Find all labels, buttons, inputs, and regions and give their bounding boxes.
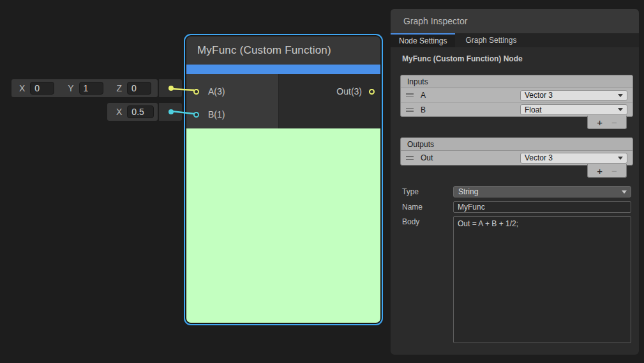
graph-inspector-panel: Graph Inspector Node Settings Graph Sett… xyxy=(391,9,639,355)
add-input-button[interactable]: + xyxy=(597,118,603,127)
input-b-name: B xyxy=(421,105,426,114)
input-port-b-icon[interactable] xyxy=(193,112,199,118)
type-value: String xyxy=(454,187,478,196)
outputs-section-title: Outputs xyxy=(401,138,633,151)
output-out-name: Out xyxy=(421,153,433,162)
input-a-type-dropdown[interactable]: Vector 3 xyxy=(520,90,627,101)
inspector-tabbar: Node Settings Graph Settings xyxy=(391,33,639,47)
port-row-a[interactable]: A(3) xyxy=(193,82,225,100)
output-out-type-dropdown[interactable]: Vector 3 xyxy=(520,153,627,164)
input-port-b-label: B(1) xyxy=(208,109,225,120)
body-label: Body xyxy=(391,216,453,343)
float-edge-dot-icon xyxy=(168,109,174,114)
output-out-type-value: Vector 3 xyxy=(521,153,553,162)
x-axis-label: X xyxy=(116,107,122,117)
node-body: MyFunc (Custom Function) A(3) B(1) Out(3… xyxy=(186,36,380,323)
add-output-button[interactable]: + xyxy=(597,166,603,176)
body-textarea[interactable]: Out = A + B + 1/2; xyxy=(453,216,631,343)
remove-output-button[interactable]: − xyxy=(611,166,617,176)
input-row-b[interactable]: B Float xyxy=(401,102,633,116)
float-x-group: X xyxy=(116,105,154,118)
node-settings-heading: MyFunc (Custom Function) Node xyxy=(391,47,639,63)
y-value-field[interactable] xyxy=(79,82,103,95)
inspector-header[interactable]: Graph Inspector xyxy=(391,9,639,33)
z-axis-label: Z xyxy=(116,83,122,93)
tab-node-settings[interactable]: Node Settings xyxy=(391,33,455,47)
drag-handle-icon[interactable] xyxy=(406,93,414,97)
shader-graph-canvas: X Y Z X MyFunc (Custom Function) xyxy=(0,0,644,363)
drag-handle-icon[interactable] xyxy=(406,156,414,160)
vector3-z-group: Z xyxy=(116,82,151,95)
inputs-footer: + − xyxy=(587,116,627,129)
name-label: Name xyxy=(391,201,453,213)
input-a-name: A xyxy=(421,91,426,100)
dropdown-arrow-icon xyxy=(618,108,623,111)
type-dropdown[interactable]: String xyxy=(453,186,631,197)
name-input[interactable] xyxy=(453,201,631,213)
vector3-input-widget: X Y Z xyxy=(11,79,158,97)
drag-handle-icon[interactable] xyxy=(406,108,414,112)
input-port-a-icon[interactable] xyxy=(193,89,199,95)
vector3-edge-connector[interactable] xyxy=(159,79,182,97)
float-input-widget: X xyxy=(107,103,158,121)
float-value-field[interactable] xyxy=(127,105,154,118)
inputs-section: Inputs A Vector 3 B Float xyxy=(400,75,633,117)
outputs-footer: + − xyxy=(587,164,627,178)
node-title[interactable]: MyFunc (Custom Function) xyxy=(186,36,380,65)
dropdown-arrow-icon xyxy=(618,94,623,97)
inputs-section-title: Inputs xyxy=(401,75,633,88)
output-port-out-label: Out(3) xyxy=(336,86,362,97)
y-axis-label: Y xyxy=(68,83,73,93)
tab-graph-settings[interactable]: Graph Settings xyxy=(455,33,527,47)
custom-function-node[interactable]: MyFunc (Custom Function) A(3) B(1) Out(3… xyxy=(184,34,383,325)
node-accent-bar xyxy=(186,65,380,74)
inspector-title: Graph Inspector xyxy=(391,16,467,26)
output-port-out-icon[interactable] xyxy=(369,89,375,95)
outputs-section: Outputs Out Vector 3 xyxy=(400,137,633,166)
port-row-b[interactable]: B(1) xyxy=(193,105,225,123)
input-a-type-value: Vector 3 xyxy=(521,91,553,100)
vector3-y-group: Y xyxy=(68,82,103,95)
x-axis-label: X xyxy=(19,83,25,93)
type-field-row: Type String xyxy=(391,186,639,197)
dropdown-arrow-icon xyxy=(622,190,627,194)
vector3-x-group: X xyxy=(19,82,54,95)
node-preview xyxy=(186,128,380,323)
input-port-a-label: A(3) xyxy=(208,86,225,97)
x-value-field[interactable] xyxy=(30,82,54,95)
port-row-out[interactable]: Out(3) xyxy=(336,82,375,100)
remove-input-button[interactable]: − xyxy=(611,118,617,127)
input-b-type-value: Float xyxy=(521,105,542,114)
output-row-out[interactable]: Out Vector 3 xyxy=(401,151,633,165)
input-b-type-dropdown[interactable]: Float xyxy=(520,104,627,115)
input-row-a[interactable]: A Vector 3 xyxy=(401,88,633,102)
name-field-row: Name xyxy=(391,201,639,213)
float-edge-connector[interactable] xyxy=(159,103,182,121)
node-ports-area: A(3) B(1) Out(3) xyxy=(186,74,380,128)
type-label: Type xyxy=(391,186,453,197)
vector3-edge-dot-icon xyxy=(168,86,174,91)
dropdown-arrow-icon xyxy=(618,157,623,160)
body-field-row: Body Out = A + B + 1/2; xyxy=(391,216,639,343)
z-value-field[interactable] xyxy=(127,82,151,95)
